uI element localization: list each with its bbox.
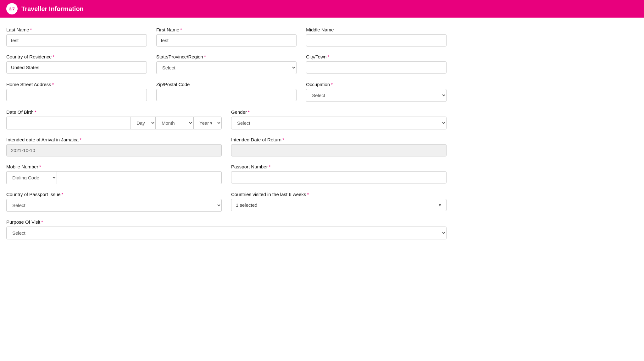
dob-year-select[interactable]: Year ▾	[193, 117, 222, 129]
mobile-number-group: Mobile Number* Dialing Code	[6, 164, 222, 184]
country-of-passport-issue-group: Country of Passport Issue* Select	[6, 192, 222, 212]
countries-visited-label: Countries visited in the last 6 weeks*	[231, 192, 447, 197]
gender-label: Gender*	[231, 109, 447, 115]
name-row: Last Name* First Name* Middle Name	[6, 27, 447, 46]
dob-month-select[interactable]: Month	[156, 117, 193, 129]
chevron-down-icon: ▼	[438, 203, 442, 207]
arrival-required: *	[80, 137, 81, 142]
last-name-input[interactable]	[6, 34, 147, 46]
traveller-information-form: Last Name* First Name* Middle Name Count…	[0, 18, 453, 256]
country-required: *	[53, 54, 54, 59]
mobile-number-input[interactable]	[57, 171, 222, 184]
country-of-passport-issue-select[interactable]: Select	[6, 199, 222, 212]
return-date-label: Intended Date of Return*	[231, 137, 447, 142]
purpose-of-visit-label: Purpose Of Visit*	[6, 219, 447, 225]
countries-visited-group: Countries visited in the last 6 weeks* 1…	[231, 192, 447, 212]
purpose-required: *	[41, 219, 43, 225]
date-of-birth-group: Date Of Birth* Day ▾ Month Year ▾	[6, 109, 222, 129]
dob-required: *	[35, 109, 36, 115]
dialing-code-select[interactable]: Dialing Code	[6, 171, 57, 184]
mobile-inputs: Dialing Code	[6, 171, 222, 184]
return-required: *	[282, 137, 284, 142]
dob-inputs: Day ▾ Month Year ▾	[6, 117, 222, 129]
purpose-of-visit-group: Purpose Of Visit* Select	[6, 219, 447, 239]
arrival-date-group: Intended date of Arrival in Jamaica*	[6, 137, 222, 156]
middle-name-group: Middle Name	[306, 27, 447, 46]
gender-select[interactable]: Select	[231, 117, 447, 129]
return-date-input[interactable]	[231, 144, 447, 156]
logo: 2/7	[6, 3, 18, 14]
passport-number-label: Passport Number*	[231, 164, 447, 169]
state-province-group: State/Province/Region* Select	[156, 54, 297, 74]
city-required: *	[327, 54, 329, 59]
city-town-label: City/Town*	[306, 54, 447, 59]
country-of-passport-issue-label: Country of Passport Issue*	[6, 192, 222, 197]
arrival-date-label: Intended date of Arrival in Jamaica*	[6, 137, 222, 142]
dob-gender-row: Date Of Birth* Day ▾ Month Year ▾ Gender…	[6, 109, 447, 129]
return-date-group: Intended Date of Return*	[231, 137, 447, 156]
state-required: *	[204, 54, 206, 59]
countries-visited-required: *	[307, 192, 309, 197]
date-of-birth-label: Date Of Birth*	[6, 109, 222, 115]
address-required: *	[52, 82, 54, 87]
countries-visited-value: 1 selected	[236, 202, 257, 208]
home-street-address-group: Home Street Address*	[6, 82, 147, 102]
country-of-residence-group: Country of Residence*	[6, 54, 147, 74]
dob-text-input[interactable]	[6, 117, 130, 129]
city-town-group: City/Town*	[306, 54, 447, 74]
home-street-address-input[interactable]	[6, 89, 147, 101]
occupation-label: Occupation*	[306, 82, 447, 87]
dates-row: Intended date of Arrival in Jamaica* Int…	[6, 137, 447, 156]
purpose-row: Purpose Of Visit* Select	[6, 219, 447, 239]
passport-country-required: *	[62, 192, 64, 197]
zip-postal-code-label: Zip/Postal Code	[156, 82, 297, 87]
header-title: Traveller Information	[21, 5, 84, 13]
mobile-passport-row: Mobile Number* Dialing Code Passport Num…	[6, 164, 447, 184]
middle-name-label: Middle Name	[306, 27, 447, 32]
arrival-date-input[interactable]	[6, 144, 222, 156]
dob-day-select[interactable]: Day ▾	[130, 117, 156, 129]
countries-visited-display[interactable]: 1 selected ▼	[231, 199, 447, 211]
first-name-required: *	[180, 27, 182, 32]
state-province-label: State/Province/Region*	[156, 54, 297, 59]
last-name-group: Last Name*	[6, 27, 147, 46]
occupation-required: *	[331, 82, 333, 87]
mobile-required: *	[39, 164, 41, 169]
logo-text: 2/7	[9, 7, 15, 11]
countries-visited-select-wrapper[interactable]: 1 selected ▼	[231, 199, 447, 211]
last-name-required: *	[30, 27, 32, 32]
passport-number-group: Passport Number*	[231, 164, 447, 184]
home-street-address-label: Home Street Address*	[6, 82, 147, 87]
first-name-input[interactable]	[156, 34, 297, 46]
occupation-select[interactable]: Select	[306, 89, 447, 102]
gender-required: *	[248, 109, 250, 115]
first-name-group: First Name*	[156, 27, 297, 46]
city-town-input[interactable]	[306, 61, 447, 74]
header: 2/7 Traveller Information	[0, 0, 644, 18]
address-row: Home Street Address* Zip/Postal Code Occ…	[6, 82, 447, 102]
country-of-residence-input[interactable]	[6, 61, 147, 74]
zip-postal-code-input[interactable]	[156, 89, 297, 101]
mobile-number-label: Mobile Number*	[6, 164, 222, 169]
middle-name-input[interactable]	[306, 34, 447, 46]
first-name-label: First Name*	[156, 27, 297, 32]
last-name-label: Last Name*	[6, 27, 147, 32]
gender-group: Gender* Select	[231, 109, 447, 129]
occupation-group: Occupation* Select	[306, 82, 447, 102]
location-row: Country of Residence* State/Province/Reg…	[6, 54, 447, 74]
passport-number-input[interactable]	[231, 171, 447, 183]
purpose-of-visit-select[interactable]: Select	[6, 227, 447, 239]
zip-postal-code-group: Zip/Postal Code	[156, 82, 297, 102]
passport-countries-row: Country of Passport Issue* Select Countr…	[6, 192, 447, 212]
state-province-select[interactable]: Select	[156, 61, 297, 74]
country-of-residence-label: Country of Residence*	[6, 54, 147, 59]
passport-required: *	[269, 164, 271, 169]
